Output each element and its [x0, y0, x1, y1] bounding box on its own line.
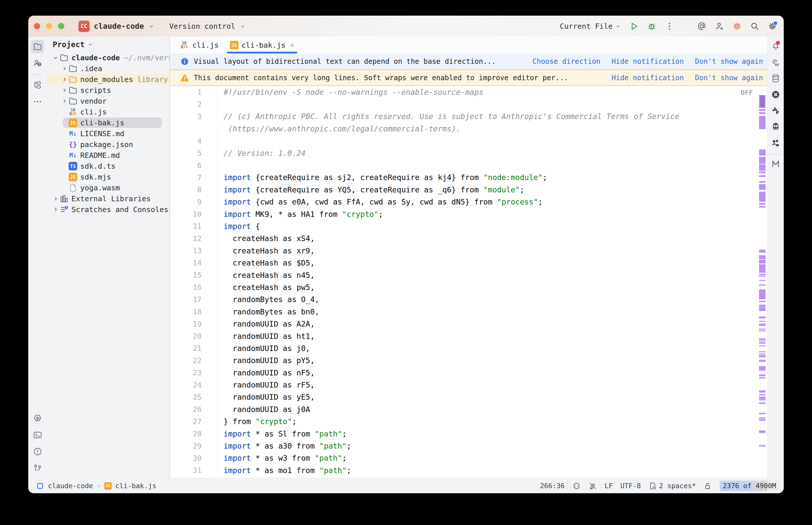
plugin-icon — [771, 106, 781, 116]
project-tool-button[interactable] — [31, 40, 44, 53]
code-token: randomUUID as nF5, — [224, 369, 315, 377]
xcircle-icon — [771, 90, 781, 99]
tree-item-sdk-d-ts[interactable]: TSsdk.d.ts — [47, 161, 169, 171]
tree-item-scratches-and-consoles[interactable]: Scratches and Consoles — [47, 204, 169, 215]
copilot-chat-button[interactable] — [769, 120, 782, 133]
tree-item-external-libraries[interactable]: External Libraries — [47, 193, 169, 204]
tree-item-content: Scratches and Consoles — [47, 205, 168, 214]
file-lock-icon[interactable] — [704, 482, 712, 490]
code-with-me-button[interactable] — [769, 136, 782, 150]
highlighting-level-widget[interactable]: OFF — [741, 89, 753, 96]
services-tool-button[interactable] — [31, 412, 44, 425]
chevron-right-icon[interactable] — [61, 87, 68, 94]
code-token: import — [224, 210, 251, 219]
tree-item-claude-code[interactable]: claude-code~/.nvm/vers — [47, 52, 169, 63]
ts-icon: TS — [68, 161, 78, 171]
tree-item-node-modules[interactable]: node_moduleslibrary — [47, 74, 169, 85]
search-everywhere-button[interactable] — [750, 21, 759, 31]
code-text: import * as w3 from "path"; — [218, 454, 347, 463]
close-window-button[interactable] — [34, 23, 40, 29]
tree-item-yoga-wasm[interactable]: yoga.wasm — [47, 182, 169, 193]
tree-item-vendor[interactable]: vendor — [47, 95, 169, 106]
run-button[interactable] — [629, 21, 639, 31]
code-line: 21 randomUUID as j0, — [170, 342, 768, 354]
copilot-status-icon[interactable] — [572, 482, 581, 490]
project-name-menu[interactable]: claude-code — [94, 22, 144, 31]
ai-assistant-button[interactable] — [769, 56, 782, 69]
breadcrumb-project[interactable]: claude-code — [48, 482, 93, 490]
scrollbar-thumb[interactable] — [760, 95, 765, 108]
tree-item-sdk-mjs[interactable]: JSsdk.mjs — [47, 171, 169, 182]
code-token: import — [224, 430, 251, 438]
cursor-position-widget[interactable]: 266:36 — [540, 482, 565, 490]
project-panel-header[interactable]: Project — [47, 36, 169, 50]
add-user-button[interactable] — [714, 21, 724, 31]
more-tool-windows-button[interactable] — [31, 95, 44, 108]
plugin-button[interactable] — [769, 104, 782, 117]
file-icon — [68, 183, 78, 193]
ai-assistant-icon[interactable] — [697, 21, 707, 31]
code-editor[interactable]: 1#!/usr/bin/env -S node --no-warnings --… — [170, 86, 768, 478]
line-ending-widget[interactable]: LF — [605, 482, 613, 490]
chevron-right-icon[interactable] — [61, 76, 68, 83]
tree-item-suffix: library — [137, 75, 168, 84]
users-help-tool-button[interactable]: ? — [31, 57, 44, 70]
breadcrumb-file[interactable]: cli-bak.js — [115, 482, 157, 490]
terminal-tool-button[interactable] — [31, 429, 44, 441]
tree-item-scripts[interactable]: scripts — [47, 85, 169, 95]
indent-widget[interactable]: 2 spaces* — [649, 482, 696, 490]
tree-item--idea[interactable]: .idea — [47, 63, 169, 74]
more-actions-button[interactable] — [665, 21, 674, 31]
hide-notification-link[interactable]: Hide notification — [612, 74, 684, 82]
tree-item-package-json[interactable]: {}package.json — [47, 139, 169, 150]
tree-item-cli-js[interactable]: 10QJScli.js — [47, 106, 169, 117]
code-line: 1#!/usr/bin/env -S node --no-warnings --… — [170, 86, 768, 98]
hide-notification-link[interactable]: Hide notification — [612, 57, 684, 65]
change-mark — [759, 419, 766, 421]
code-text: createHash as n45, — [218, 271, 315, 280]
notifications-button[interactable] — [769, 40, 782, 53]
line-number: 9 — [170, 196, 218, 208]
dont-show-again-link[interactable]: Don't show again — [695, 74, 763, 82]
debug-button[interactable] — [647, 21, 656, 31]
chevron-down-icon[interactable] — [52, 54, 59, 61]
code-line: 29import * as a30 from "path"; — [170, 440, 768, 452]
database-button[interactable] — [769, 72, 782, 85]
code-token: ; — [347, 466, 351, 475]
tree-item-readme-md[interactable]: M↓README.md — [47, 150, 169, 161]
code-token: {createRequire as sj2, createRequire as … — [251, 173, 483, 182]
editor-tabs: 10QJScli.jsJScli-bak.js✕ — [170, 36, 768, 54]
info-icon — [180, 57, 189, 66]
editor-tab-cli-bak-js[interactable]: JScli-bak.js✕ — [224, 36, 300, 54]
x-plugin-button[interactable] — [769, 88, 782, 101]
claude-plugin-icon[interactable] — [732, 21, 742, 31]
tree-item-cli-bak-js[interactable]: JScli-bak.js — [47, 117, 169, 128]
settings-button[interactable] — [768, 21, 777, 31]
editor-tab-cli-js[interactable]: 10QJScli.js — [174, 36, 224, 54]
chevron-right-icon[interactable] — [52, 206, 59, 213]
dont-show-again-link[interactable]: Don't show again — [695, 57, 763, 65]
highlighting-off-icon[interactable] — [588, 482, 597, 490]
markdown-tool-button[interactable] — [769, 158, 782, 171]
close-tab-icon[interactable]: ✕ — [290, 41, 294, 49]
structure-tool-button[interactable] — [31, 78, 44, 92]
minimize-window-button[interactable] — [46, 23, 52, 29]
chevron-right-icon[interactable] — [52, 195, 59, 202]
run-configuration-selector[interactable]: Current File — [560, 22, 621, 31]
encoding-widget[interactable]: UTF-8 — [620, 482, 641, 490]
version-control-tool-button[interactable] — [31, 462, 44, 475]
toolbar-divider — [32, 74, 43, 75]
chevron-right-icon[interactable] — [61, 97, 68, 105]
code-line: 7import {createRequire as sj2, createReq… — [170, 171, 768, 183]
zoom-window-button[interactable] — [58, 23, 64, 29]
code-line: 17 randomBytes as O_4, — [170, 294, 768, 305]
change-mark — [759, 417, 766, 419]
tree-item-license-md[interactable]: M↓LICENSE.md — [47, 128, 169, 139]
tree-item-label: claude-code — [71, 54, 120, 62]
problems-tool-button[interactable] — [31, 445, 44, 458]
version-control-menu[interactable]: Version control — [169, 22, 235, 31]
chevron-right-icon[interactable] — [61, 65, 68, 72]
choose-direction-link[interactable]: Choose direction — [532, 57, 601, 65]
editor-error-stripe[interactable] — [758, 86, 766, 478]
memory-indicator[interactable]: 2376 of 4900M — [720, 481, 779, 491]
